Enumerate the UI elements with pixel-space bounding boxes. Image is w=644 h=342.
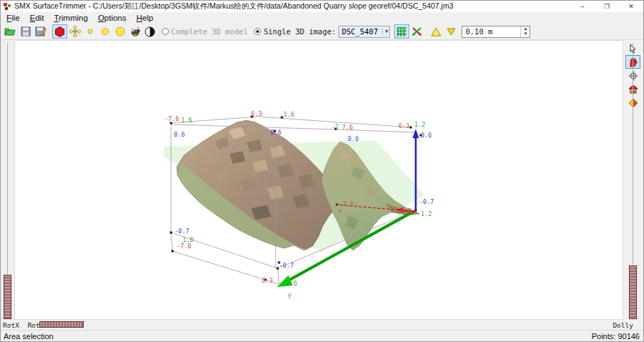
close-button[interactable]: ✕ (619, 1, 643, 12)
triangle-up-button[interactable] (429, 24, 444, 39)
rotx-label: RotX (3, 321, 19, 329)
complete-model-radio[interactable] (162, 28, 169, 35)
spacing-stepper[interactable]: ▲ ▼ (520, 26, 530, 37)
large-dot-icon (114, 26, 126, 37)
menu-edit[interactable]: Edit (26, 14, 49, 22)
image-select-value: DSC_5407 (342, 27, 379, 36)
polygon-select-button[interactable] (52, 24, 67, 39)
cross-handles-icon (69, 26, 81, 37)
medium-dot-icon (100, 26, 110, 36)
rotx-slider-thumb[interactable] (4, 275, 11, 319)
cross-arrows-icon (411, 26, 423, 37)
bottom-control-bar: RotX RotY Dolly (1, 320, 643, 330)
triangle-up-icon (431, 27, 441, 36)
point-size-small-button[interactable] (82, 24, 97, 39)
bee-scissors-icon (129, 26, 142, 37)
open-button[interactable] (3, 24, 18, 39)
dolly-label: Dolly (613, 321, 633, 329)
main-area (1, 40, 643, 320)
single-image-radio[interactable] (254, 28, 261, 35)
half-circle-icon (145, 26, 155, 37)
menu-trimming[interactable]: Trimming (49, 14, 92, 22)
triangle-down-icon (447, 28, 456, 36)
save-as-icon (35, 26, 47, 36)
status-mode: Area selection (4, 332, 54, 341)
dolly-slider-thumb[interactable] (629, 265, 637, 319)
spin-up-icon[interactable]: ▲ (521, 26, 530, 32)
right-strip (623, 40, 643, 320)
maximize-button[interactable]: ❐ (595, 1, 619, 12)
toolbar: Complete 3D model Single 3D image: DSC_5… (1, 24, 643, 40)
grid-toggle-button[interactable] (394, 24, 409, 39)
status-bar: Area selection Points: 90146 (1, 330, 643, 341)
move-points-button[interactable] (67, 24, 82, 39)
single-image-label: Single 3D image: (263, 27, 336, 36)
grid-icon (396, 26, 407, 37)
roty-slider-thumb[interactable] (39, 321, 84, 328)
spacing-value: 0.10 m (462, 27, 520, 36)
save-icon (21, 26, 31, 36)
dropdown-arrow-icon: ▼ (382, 29, 388, 34)
save-as-button[interactable] (33, 24, 48, 39)
status-points: Points: 90146 (592, 332, 640, 341)
save-button[interactable] (18, 24, 33, 39)
menu-options[interactable]: Options (94, 14, 131, 22)
spin-down-icon[interactable]: ▼ (521, 31, 530, 37)
app-icon (4, 3, 11, 11)
viewport-3d[interactable] (14, 40, 623, 320)
trim-tool-button[interactable] (127, 24, 142, 39)
point-size-large-button[interactable] (112, 24, 127, 39)
menu-help[interactable]: Help (132, 14, 158, 22)
window-title: SMX SurfaceTrimmer - C:/Users/郑江/Desktop… (14, 1, 454, 11)
point-size-medium-button[interactable] (97, 24, 112, 39)
spacing-input[interactable]: 0.10 m ▲ ▼ (462, 26, 530, 38)
red-polygon-icon (54, 26, 65, 37)
menu-bar: File Edit Trimming Options Help (1, 12, 643, 24)
left-slider-strip (1, 40, 14, 320)
title-bar: SMX SurfaceTrimmer - C:/Users/郑江/Desktop… (1, 1, 643, 12)
complete-model-label: Complete 3D model (171, 27, 248, 36)
open-folder-icon (4, 26, 16, 36)
invert-contrast-button[interactable] (142, 24, 157, 39)
minimize-button[interactable]: – (570, 1, 595, 12)
image-select-dropdown[interactable]: DSC_5407 ▼ (338, 26, 391, 38)
flip-normals-button[interactable] (409, 24, 424, 39)
small-dot-icon (85, 26, 95, 36)
menu-file[interactable]: File (2, 14, 24, 22)
triangle-down-button[interactable] (444, 24, 459, 39)
